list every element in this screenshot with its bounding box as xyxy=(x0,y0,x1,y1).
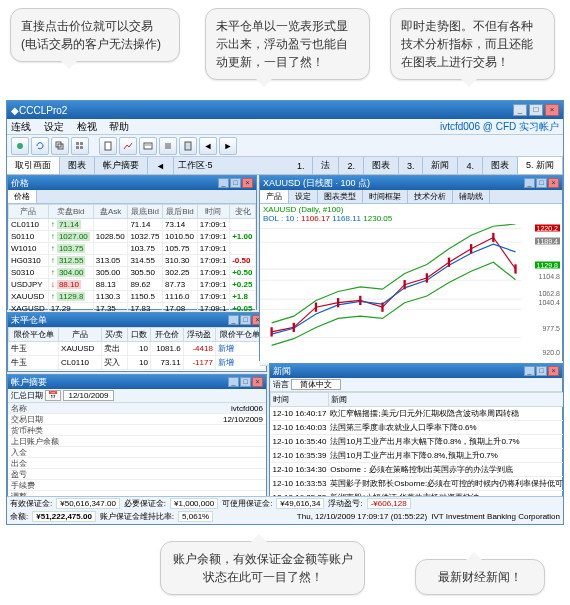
tool-doc-icon[interactable] xyxy=(99,137,117,155)
panel-min-icon[interactable]: _ xyxy=(228,377,239,387)
price-col[interactable]: 卖盘Bid xyxy=(48,205,93,219)
price-col[interactable]: 最底Bid xyxy=(128,205,163,219)
menu-settings[interactable]: 设定 xyxy=(44,121,64,132)
tool-connect-icon[interactable] xyxy=(11,137,29,155)
price-tab[interactable]: 价格 xyxy=(8,190,37,203)
panel-max-icon[interactable]: □ xyxy=(240,377,251,387)
svg-rect-13 xyxy=(185,142,191,150)
account-date[interactable]: 12/10/2009 xyxy=(63,390,113,401)
panel-close-icon[interactable]: × xyxy=(252,377,263,387)
price-col[interactable]: 盘Ask xyxy=(93,205,128,219)
tab-r4b[interactable]: 图表 xyxy=(483,157,518,174)
chart-bol-label: BOL : 10 : xyxy=(263,214,299,223)
news-row[interactable]: 12-10 16:40:17欧汇窄幅摇摆;美元/日元外汇期权隐含波动率周四转稳 xyxy=(271,407,565,421)
tool-tile-icon[interactable] xyxy=(71,137,89,155)
price-panel-title[interactable]: 价格 _ □ × xyxy=(8,176,256,190)
tab-r4[interactable]: 4. xyxy=(458,157,483,174)
tool-chart-icon[interactable] xyxy=(119,137,137,155)
tab-account[interactable]: 帐户摘要 xyxy=(95,157,148,174)
account-row: 交易日期12/10/2009 xyxy=(8,414,266,425)
price-col[interactable]: 变化 xyxy=(230,205,256,219)
position-row[interactable]: 牛玉XAUUSD卖出101081.6-4418新增 xyxy=(9,342,266,356)
svg-rect-6 xyxy=(80,146,83,149)
tab-r5[interactable]: 5. 新闻 xyxy=(518,157,563,174)
tool-news-icon[interactable] xyxy=(139,137,157,155)
panel-close-icon[interactable]: × xyxy=(548,178,559,188)
position-row[interactable]: 牛玉CL0110买入1073.11-1177新增 xyxy=(9,356,266,370)
svg-rect-7 xyxy=(105,142,111,150)
news-row[interactable]: 12-10 16:40:03法国第三季度非农就业人口季率下降0.6% xyxy=(271,421,565,435)
panel-close-icon[interactable]: × xyxy=(242,178,253,188)
chart-tab[interactable]: 辅助线 xyxy=(453,190,490,203)
chart-tab[interactable]: 产品 xyxy=(260,190,289,203)
positions-title[interactable]: 末平仓单 _ □ × xyxy=(8,313,266,327)
status-avail-margin: ¥49,616,34 xyxy=(276,498,324,509)
chart-tab[interactable]: 技术分析 xyxy=(408,190,453,203)
tab-r3[interactable]: 3. xyxy=(399,157,424,174)
callout-chart: 即时走势图。不但有各种技术分析指标，而且还能在图表上进行交易！ xyxy=(390,8,555,80)
panel-close-icon[interactable]: × xyxy=(548,366,559,376)
panel-min-icon[interactable]: _ xyxy=(228,315,239,325)
tab-r3b[interactable]: 新闻 xyxy=(423,157,458,174)
chart-tab[interactable]: 图表类型 xyxy=(318,190,363,203)
tool-left-icon[interactable]: ◄ xyxy=(199,137,217,155)
tab-chart[interactable]: 图表 xyxy=(60,157,95,174)
menu-help[interactable]: 帮助 xyxy=(109,121,129,132)
close-button[interactable]: × xyxy=(545,104,559,116)
price-row[interactable]: CL0110↑ 71.1471.1473.1417:09:1 xyxy=(9,219,256,231)
news-row[interactable]: 12-10 16:35:40法国10月工业产出月率大幅下降0.8%，预期上升0.… xyxy=(271,435,565,449)
price-row[interactable]: XAUUSD↑ 1129.81130.31150.51116.017:09:1+… xyxy=(9,291,256,303)
price-row[interactable]: S0310↑ 304.00305.00305.50302.2517:09:1+0… xyxy=(9,267,256,279)
panel-max-icon[interactable]: □ xyxy=(536,178,547,188)
tool-right-icon[interactable]: ► xyxy=(219,137,237,155)
tool-refresh-icon[interactable] xyxy=(31,137,49,155)
news-row[interactable]: 12-10 16:33:53英国影子财政部长Osborne:必须在可控的时候内仍… xyxy=(271,477,565,491)
news-title[interactable]: 新闻 _ □ × xyxy=(270,364,562,378)
price-row[interactable]: USDJPY↓ 88.1088.1389.6287.7317:09:1+0.25 xyxy=(9,279,256,291)
app-title: CCCLPro2 xyxy=(19,105,67,116)
chart-tab[interactable]: 设定 xyxy=(289,190,318,203)
tool-cascade-icon[interactable] xyxy=(51,137,69,155)
workspace-label: 工作区·5 xyxy=(174,157,217,174)
maximize-button[interactable]: □ xyxy=(529,104,543,116)
tab-r1[interactable]: 1. xyxy=(289,157,314,174)
panel-max-icon[interactable]: □ xyxy=(240,315,251,325)
tab-trade[interactable]: 取引画面 xyxy=(7,157,60,174)
price-col[interactable]: 时间 xyxy=(197,205,229,219)
tool-list-icon[interactable] xyxy=(159,137,177,155)
account-row: 有效保证金¥50,616,347 xyxy=(8,524,266,525)
news-row[interactable]: 12-10 16:35:39法国10月工业产出月率下降0.8%,预期上升0.7% xyxy=(271,449,565,463)
callout-news: 最新财经新闻！ xyxy=(415,559,545,595)
date-icon[interactable]: 📅 xyxy=(45,390,61,401)
tool-calc-icon[interactable] xyxy=(179,137,197,155)
panel-max-icon[interactable]: □ xyxy=(230,178,241,188)
chart-title[interactable]: XAUUSD (日线图 · 100 点) _ □ × xyxy=(260,176,562,190)
tab-r1b[interactable]: 法 xyxy=(313,157,339,174)
panel-min-icon[interactable]: _ xyxy=(218,178,229,188)
panel-min-icon[interactable]: _ xyxy=(524,178,535,188)
svg-rect-8 xyxy=(144,143,152,149)
menu-view[interactable]: 检视 xyxy=(77,121,97,132)
price-row[interactable]: HG0310↑ 312.55313.05314.55310.3017:09:1-… xyxy=(9,255,256,267)
chart-tab[interactable]: 时间框架 xyxy=(363,190,408,203)
account-title[interactable]: 帐户摘要 _ □ × xyxy=(8,375,266,389)
account-row: 盈亏 xyxy=(8,469,266,480)
acc-col-val: ivtcfd006 xyxy=(183,404,263,413)
panel-max-icon[interactable]: □ xyxy=(536,366,547,376)
news-row[interactable]: 12-10 16:34:30Osborne：必须在策略控制出英国赤字的办法学到底 xyxy=(271,463,565,477)
tab-r2[interactable]: 2. xyxy=(339,157,364,174)
status-eff-margin: ¥50,616,347.00 xyxy=(56,498,120,509)
price-row[interactable]: S0110↑ 1027.001028.501032.751010.5017:09… xyxy=(9,231,256,243)
chart-area[interactable]: 920.0977.51040.41062.81104.81129.81189.4… xyxy=(260,224,562,352)
titlebar[interactable]: ◆ CCCLPro2 _ □ × xyxy=(7,101,563,119)
panel-min-icon[interactable]: _ xyxy=(524,366,535,376)
price-row[interactable]: W1010↑ 103.75103.75105.7517:09:1 xyxy=(9,243,256,255)
price-col[interactable]: 最后Bid xyxy=(163,205,198,219)
menu-connect[interactable]: 连线 xyxy=(11,121,31,132)
tab-nav-left-icon[interactable]: ◄ xyxy=(148,157,174,174)
price-col[interactable]: 产品 xyxy=(9,205,49,219)
minimize-button[interactable]: _ xyxy=(513,104,527,116)
tab-r2b[interactable]: 图表 xyxy=(364,157,399,174)
workspace: 价格 _ □ × 价格 产品卖盘Bid盘Ask最底Bid最后Bid时间变化 CL… xyxy=(7,175,563,524)
news-lang-select[interactable]: 简体中文 xyxy=(291,379,341,390)
